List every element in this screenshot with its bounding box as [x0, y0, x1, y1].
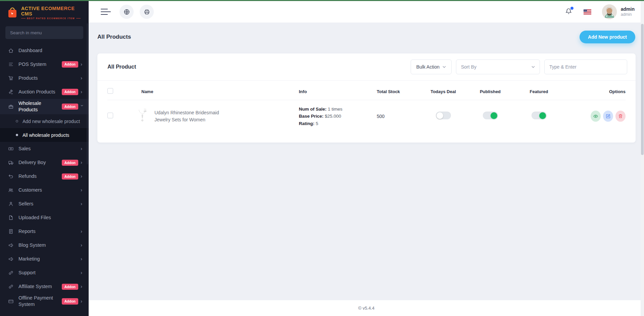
sidebar-subitem-add-new-wholesale-product[interactable]: Add new wholesale product — [0, 114, 89, 128]
view-button[interactable] — [591, 111, 601, 122]
product-name-link[interactable]: Udalyn Rhinestone Bridesmaid Jewelry Set… — [154, 109, 223, 123]
chevron-right-icon: › — [81, 201, 84, 206]
addon-badge: Addon — [62, 61, 78, 68]
chevron-right-icon: › — [81, 284, 84, 289]
megaphone-icon — [8, 256, 14, 262]
published-toggle[interactable] — [483, 112, 498, 119]
column-todays-deal: Todays Deal — [430, 89, 456, 94]
gavel-icon — [8, 89, 14, 95]
main-content: All Products Add New product All Product… — [89, 23, 644, 316]
todays-deal-toggle[interactable] — [436, 112, 451, 119]
chevron-down-icon: › — [80, 105, 85, 108]
total-stock-value: 500 — [373, 114, 420, 119]
chevron-right-icon: › — [81, 270, 84, 275]
printer-icon — [144, 9, 150, 15]
user-avatar[interactable] — [602, 4, 617, 19]
addon-badge: Addon — [62, 173, 78, 180]
column-name: Name — [136, 89, 299, 94]
sidebar-item-refunds[interactable]: RefundsAddon› — [0, 169, 89, 183]
chevron-right-icon: › — [81, 146, 84, 151]
chevron-right-icon: › — [81, 256, 84, 261]
sort-by-select[interactable]: Sort By — [456, 60, 540, 74]
chevron-right-icon: › — [81, 173, 84, 179]
edit-button[interactable] — [603, 111, 613, 122]
addon-badge: Addon — [62, 104, 78, 110]
link-icon — [8, 284, 14, 290]
addon-badge: Addon — [62, 160, 78, 166]
sidebar-item-offline-payment-system[interactable]: Offline Payment SystemAddon› — [0, 293, 89, 309]
featured-toggle[interactable] — [532, 112, 547, 119]
sidebar-item-products[interactable]: Products› — [0, 71, 89, 85]
sidebar-item-blog-system[interactable]: Blog System› — [0, 238, 89, 252]
column-info: Info — [299, 89, 373, 94]
cart-icon — [8, 75, 14, 81]
pos-print-button[interactable] — [140, 5, 154, 19]
product-search-input[interactable] — [545, 60, 627, 74]
report-icon — [8, 229, 14, 235]
sidebar-item-uploaded-files[interactable]: Uploaded Files — [0, 211, 89, 225]
logo-title: ACTIVE ECOMMERCE CMS — [21, 6, 83, 16]
sidebar-item-dashboard[interactable]: Dashboard — [0, 44, 89, 57]
chevron-right-icon: › — [81, 89, 84, 94]
addon-badge: Addon — [62, 298, 78, 305]
chevron-down-icon — [443, 66, 446, 68]
sidebar-item-customers[interactable]: Customers› — [0, 183, 89, 197]
sidebar-item-marketing[interactable]: Marketing› — [0, 252, 89, 266]
sidebar-item-wholesale-products[interactable]: Wholesale ProductsAddon› — [0, 99, 89, 114]
user-icon — [8, 201, 14, 207]
delete-button[interactable] — [615, 111, 626, 122]
website-globe-button[interactable] — [120, 5, 134, 19]
payment-icon — [8, 298, 14, 304]
logo[interactable]: ACTIVE ECOMMERCE CMS BEST RATED ECOMMERC… — [0, 1, 89, 23]
column-featured: Featured — [530, 89, 548, 94]
sidebar-item-support[interactable]: Support› — [0, 266, 89, 280]
chevron-down-icon — [532, 66, 535, 68]
shopping-bag-logo-icon — [7, 7, 18, 19]
link-icon — [8, 270, 14, 276]
sidebar-item-pos-system[interactable]: POS SystemAddon› — [0, 57, 89, 71]
sidebar: ACTIVE ECOMMERCE CMS BEST RATED ECOMMERC… — [0, 1, 89, 316]
sidebar-subitem-all-wholesale-products[interactable]: All wholesale products — [0, 128, 89, 142]
bulk-action-dropdown[interactable]: Bulk Action — [411, 60, 452, 74]
product-thumbnail-jewelry[interactable] — [136, 107, 149, 125]
addon-badge: Addon — [62, 89, 78, 95]
sidebar-item-sales[interactable]: Sales› — [0, 142, 89, 156]
row-checkbox[interactable] — [107, 113, 113, 118]
column-options: Options — [609, 89, 626, 94]
trash-icon — [618, 114, 623, 118]
language-flag-us[interactable] — [584, 9, 591, 14]
product-info: Num of Sale: 1 times Base Price: $25.000… — [299, 106, 373, 127]
pos-icon — [8, 62, 14, 68]
chevron-right-icon: › — [81, 75, 84, 80]
sidebar-item-auction-products[interactable]: Auction ProductsAddon› — [0, 85, 89, 99]
card-title: All Product — [107, 64, 136, 70]
menu-toggle-icon[interactable] — [101, 7, 111, 17]
sidebar-scrollbar[interactable] — [87, 23, 88, 164]
column-total-stock: Total Stock — [373, 89, 420, 94]
page-scrollbar[interactable] — [641, 1, 644, 316]
table-row: Udalyn Rhinestone Bridesmaid Jewelry Set… — [107, 100, 626, 134]
sidebar-search-input[interactable] — [5, 26, 83, 39]
chevron-right-icon: › — [81, 62, 84, 67]
sidebar-menu: DashboardPOS SystemAddon›Products›Auctio… — [0, 44, 89, 309]
column-published: Published — [480, 89, 501, 94]
select-all-checkbox[interactable] — [107, 88, 113, 94]
home-icon — [8, 48, 14, 54]
logo-subtitle: BEST RATED ECOMMERCE ITEM — [21, 17, 83, 19]
chevron-right-icon: › — [81, 160, 84, 165]
refund-icon — [8, 173, 14, 180]
user-name[interactable]: admin — [621, 6, 635, 12]
sidebar-item-affiliate-system[interactable]: Affiliate SystemAddon› — [0, 280, 89, 293]
chevron-right-icon: › — [81, 229, 84, 234]
truck-icon — [8, 160, 14, 166]
notifications-bell-icon[interactable] — [565, 8, 572, 16]
add-new-product-button[interactable]: Add New product — [580, 31, 635, 43]
addon-badge: Addon — [62, 284, 78, 290]
top-progress-line — [0, 0, 644, 1]
megaphone-icon — [8, 242, 14, 248]
globe-icon — [124, 9, 130, 15]
sidebar-item-sellers[interactable]: Sellers› — [0, 197, 89, 211]
sidebar-item-delivery-boy[interactable]: Delivery BoyAddon› — [0, 156, 89, 169]
page-scrollbar-thumb[interactable] — [641, 24, 644, 155]
sidebar-item-reports[interactable]: Reports› — [0, 225, 89, 238]
